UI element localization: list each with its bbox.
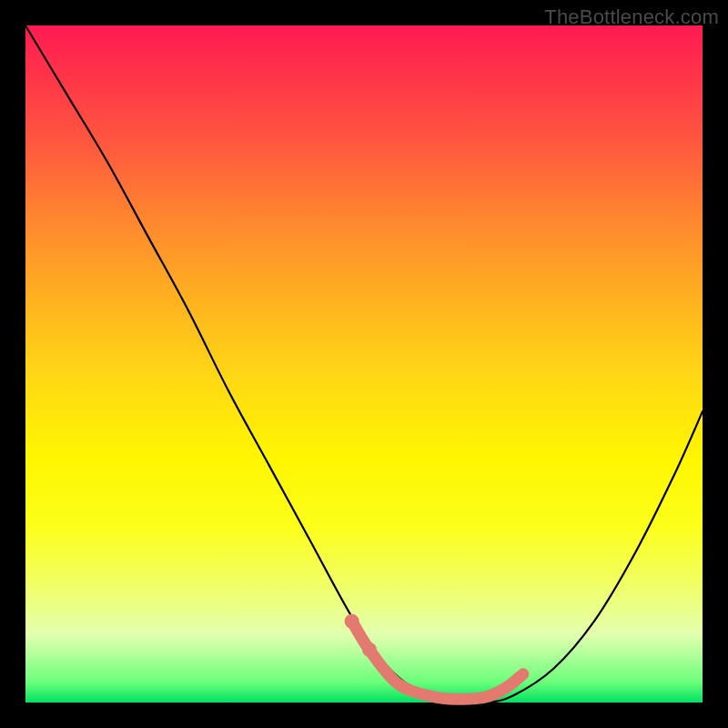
chart-svg bbox=[25, 25, 703, 703]
highlight-dot bbox=[362, 642, 377, 657]
highlight-dot bbox=[345, 614, 359, 629]
chart-area bbox=[25, 25, 703, 703]
bottleneck-curve bbox=[25, 25, 703, 703]
optimal-highlight bbox=[354, 624, 523, 699]
watermark-text: TheBottleneck.com bbox=[544, 5, 719, 29]
